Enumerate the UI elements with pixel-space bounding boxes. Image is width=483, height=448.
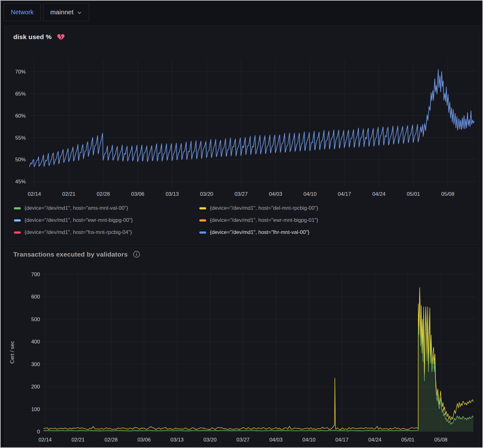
x-axis-tick: 04/10 bbox=[302, 437, 316, 443]
panel-transactions: Transactions executed by validators 0100… bbox=[4, 247, 480, 448]
panel-title: Transactions executed by validators bbox=[13, 251, 128, 258]
variables-bar: Network mainnet bbox=[4, 3, 89, 21]
y-axis-tick: 50% bbox=[15, 157, 26, 163]
x-axis-tick: 02/28 bbox=[97, 191, 110, 197]
legend-label: {device="/dev/md1", host="del-mnt-rpcbig… bbox=[210, 205, 318, 211]
y-axis-tick: 500 bbox=[31, 316, 40, 322]
series-fill bbox=[44, 294, 473, 432]
x-axis-tick: 03/27 bbox=[237, 437, 250, 443]
x-axis-tick: 05/01 bbox=[407, 191, 420, 197]
legend-swatch-icon bbox=[199, 219, 206, 222]
legend-item[interactable]: {device="/dev/md1", host="fra-mnt-rpcbig… bbox=[14, 229, 199, 235]
dashboard: Network mainnet disk used % 45%50%55%60%… bbox=[0, 0, 483, 448]
x-axis-tick: 02/14 bbox=[28, 191, 41, 197]
x-axis-tick: 02/14 bbox=[38, 437, 52, 443]
legend-label: {device="/dev/md1", host="ams-mnt-val-00… bbox=[24, 205, 128, 211]
x-axis-tick: 04/03 bbox=[269, 437, 283, 443]
disk-used-legend: {device="/dev/md1", host="ams-mnt-val-00… bbox=[14, 205, 318, 235]
y-axis-tick: 60% bbox=[15, 113, 26, 119]
x-axis-tick: 05/08 bbox=[441, 191, 454, 197]
x-axis-tick: 05/08 bbox=[434, 437, 448, 443]
panel-title: disk used % bbox=[13, 33, 52, 41]
y-axis-tick: 600 bbox=[31, 294, 40, 300]
series-line bbox=[29, 69, 474, 167]
x-axis-tick: 04/24 bbox=[368, 437, 382, 443]
y-axis-tick: 100 bbox=[31, 406, 40, 412]
x-axis-tick: 04/17 bbox=[335, 437, 349, 443]
x-axis-tick: 02/21 bbox=[72, 437, 85, 443]
x-axis-tick: 03/20 bbox=[200, 191, 213, 197]
info-icon[interactable] bbox=[133, 250, 140, 258]
y-axis-tick: 55% bbox=[15, 135, 26, 141]
x-axis-tick: 02/28 bbox=[104, 437, 118, 443]
network-label: Network bbox=[11, 9, 33, 16]
disk-used-chart[interactable]: 45%50%55%60%65%70%02/1402/2102/2803/0603… bbox=[5, 57, 480, 203]
legend-swatch-icon bbox=[199, 231, 206, 234]
x-axis-tick: 05/01 bbox=[401, 437, 414, 443]
x-axis-tick: 04/10 bbox=[304, 191, 317, 197]
series-line bbox=[44, 288, 473, 429]
y-axis-tick: 45% bbox=[15, 179, 26, 185]
y-axis-tick: 400 bbox=[31, 339, 40, 345]
legend-swatch-icon bbox=[199, 207, 206, 209]
x-axis-tick: 03/20 bbox=[203, 437, 217, 443]
x-axis-tick: 04/24 bbox=[372, 191, 386, 197]
legend-label: {device="/dev/md1", host="ewr-mnt-bigpg-… bbox=[24, 217, 133, 223]
y-axis-label: Cert / sec bbox=[9, 341, 15, 364]
x-axis-tick: 03/13 bbox=[171, 437, 184, 443]
legend-item[interactable]: {device="/dev/md1", host="del-mnt-rpcbig… bbox=[199, 205, 318, 211]
chevron-down-icon bbox=[77, 10, 82, 16]
legend-label: {device="/dev/md1", host="fra-mnt-rpcbig… bbox=[24, 229, 132, 235]
legend-swatch-icon bbox=[14, 231, 21, 234]
panel-disk-used: disk used % 45%50%55%60%65%70%02/1402/21… bbox=[4, 25, 480, 246]
legend-item[interactable]: {device="/dev/md1", host="ams-mnt-val-00… bbox=[14, 205, 199, 211]
legend-label: {device="/dev/md1", host="ewr-mnt-bigpg-… bbox=[210, 217, 318, 223]
broken-heart-icon bbox=[57, 33, 65, 41]
transactions-chart[interactable]: 010020030040050060070002/1402/2102/2803/… bbox=[5, 263, 480, 448]
legend-label: {device="/dev/md1", host="lhr-mnt-val-00… bbox=[210, 229, 309, 235]
network-value: mainnet bbox=[50, 8, 73, 16]
y-axis-tick: 70% bbox=[15, 69, 26, 75]
legend-item[interactable]: {device="/dev/md1", host="ewr-mnt-bigpg-… bbox=[199, 217, 318, 223]
y-axis-tick: 300 bbox=[31, 361, 40, 367]
y-axis-tick: 0 bbox=[37, 429, 40, 435]
panel-transactions-header: Transactions executed by validators bbox=[13, 250, 140, 258]
legend-item[interactable]: {device="/dev/md1", host="ewr-mnt-bigpg-… bbox=[14, 217, 199, 223]
y-axis-tick: 700 bbox=[31, 271, 40, 277]
x-axis-tick: 02/21 bbox=[62, 191, 76, 197]
network-variable-label: Network bbox=[4, 3, 41, 21]
x-axis-tick: 04/03 bbox=[269, 191, 282, 197]
legend-swatch-icon bbox=[14, 219, 21, 222]
x-axis-tick: 03/13 bbox=[166, 191, 179, 197]
legend-swatch-icon bbox=[14, 207, 21, 209]
y-axis-tick: 200 bbox=[31, 384, 40, 390]
x-axis-tick: 03/06 bbox=[131, 191, 144, 197]
network-variable-dropdown[interactable]: mainnet bbox=[43, 3, 89, 21]
y-axis-tick: 65% bbox=[15, 91, 26, 97]
x-axis-tick: 04/17 bbox=[338, 191, 351, 197]
legend-item[interactable]: {device="/dev/md1", host="lhr-mnt-val-00… bbox=[199, 229, 318, 235]
x-axis-tick: 03/27 bbox=[234, 191, 248, 197]
x-axis-tick: 03/06 bbox=[137, 437, 151, 443]
series-line bbox=[44, 294, 473, 431]
panel-disk-used-header: disk used % bbox=[13, 33, 65, 41]
